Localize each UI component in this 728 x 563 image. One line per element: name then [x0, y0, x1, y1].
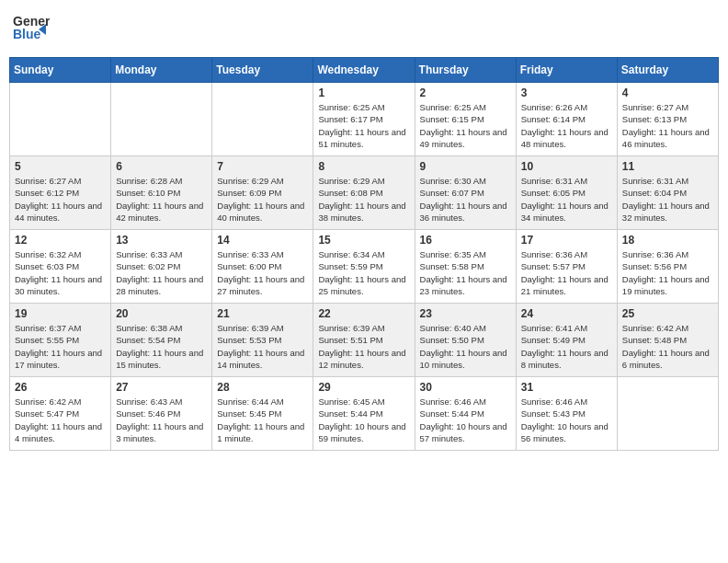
day-info: Sunrise: 6:46 AM Sunset: 5:44 PM Dayligh…: [420, 396, 511, 444]
day-number: 27: [116, 381, 207, 394]
calendar-day-cell: 8Sunrise: 6:29 AM Sunset: 6:08 PM Daylig…: [313, 156, 415, 230]
day-info: Sunrise: 6:43 AM Sunset: 5:46 PM Dayligh…: [116, 396, 207, 444]
day-info: Sunrise: 6:29 AM Sunset: 6:08 PM Dayligh…: [318, 175, 409, 224]
day-info: Sunrise: 6:40 AM Sunset: 5:50 PM Dayligh…: [420, 322, 511, 371]
calendar-day-cell: 27Sunrise: 6:43 AM Sunset: 5:46 PM Dayli…: [111, 377, 212, 451]
calendar-day-cell: [10, 83, 111, 156]
calendar-week-row: 26Sunrise: 6:42 AM Sunset: 5:47 PM Dayli…: [10, 377, 719, 451]
day-number: 30: [420, 381, 511, 394]
calendar-day-cell: 14Sunrise: 6:33 AM Sunset: 6:00 PM Dayli…: [212, 230, 313, 304]
day-info: Sunrise: 6:37 AM Sunset: 5:55 PM Dayligh…: [15, 322, 106, 371]
day-info: Sunrise: 6:31 AM Sunset: 6:05 PM Dayligh…: [521, 175, 612, 224]
page-header: General Blue: [9, 9, 719, 50]
day-info: Sunrise: 6:38 AM Sunset: 5:54 PM Dayligh…: [116, 322, 207, 371]
calendar-day-cell: 5Sunrise: 6:27 AM Sunset: 6:12 PM Daylig…: [10, 156, 111, 230]
weekday-header-monday: Monday: [111, 58, 212, 83]
day-info: Sunrise: 6:27 AM Sunset: 6:13 PM Dayligh…: [622, 101, 713, 150]
day-info: Sunrise: 6:36 AM Sunset: 5:56 PM Dayligh…: [622, 248, 713, 297]
weekday-header-saturday: Saturday: [617, 58, 718, 83]
calendar-day-cell: 17Sunrise: 6:36 AM Sunset: 5:57 PM Dayli…: [516, 230, 617, 304]
calendar-week-row: 5Sunrise: 6:27 AM Sunset: 6:12 PM Daylig…: [10, 156, 719, 230]
calendar-day-cell: 18Sunrise: 6:36 AM Sunset: 5:56 PM Dayli…: [617, 230, 718, 304]
calendar-week-row: 12Sunrise: 6:32 AM Sunset: 6:03 PM Dayli…: [10, 230, 719, 304]
day-number: 17: [521, 234, 612, 247]
day-info: Sunrise: 6:45 AM Sunset: 5:44 PM Dayligh…: [318, 396, 409, 444]
svg-text:Blue: Blue: [13, 27, 41, 41]
day-info: Sunrise: 6:36 AM Sunset: 5:57 PM Dayligh…: [521, 248, 612, 297]
day-info: Sunrise: 6:33 AM Sunset: 6:02 PM Dayligh…: [116, 248, 207, 297]
day-number: 14: [217, 234, 308, 247]
logo-image: General Blue: [13, 9, 50, 50]
day-info: Sunrise: 6:44 AM Sunset: 5:45 PM Dayligh…: [217, 396, 308, 444]
calendar-day-cell: 11Sunrise: 6:31 AM Sunset: 6:04 PM Dayli…: [617, 156, 718, 230]
calendar-day-cell: 13Sunrise: 6:33 AM Sunset: 6:02 PM Dayli…: [111, 230, 212, 304]
calendar-table: SundayMondayTuesdayWednesdayThursdayFrid…: [9, 57, 719, 451]
day-number: 4: [622, 86, 713, 99]
calendar-week-row: 19Sunrise: 6:37 AM Sunset: 5:55 PM Dayli…: [10, 304, 719, 377]
day-info: Sunrise: 6:25 AM Sunset: 6:17 PM Dayligh…: [318, 101, 409, 150]
calendar-day-cell: 3Sunrise: 6:26 AM Sunset: 6:14 PM Daylig…: [516, 83, 617, 156]
day-number: 31: [521, 381, 612, 394]
calendar-day-cell: 29Sunrise: 6:45 AM Sunset: 5:44 PM Dayli…: [313, 377, 415, 451]
day-info: Sunrise: 6:42 AM Sunset: 5:47 PM Dayligh…: [15, 396, 106, 444]
day-number: 11: [622, 160, 713, 173]
day-info: Sunrise: 6:39 AM Sunset: 5:51 PM Dayligh…: [318, 322, 409, 371]
day-number: 10: [521, 160, 612, 173]
day-info: Sunrise: 6:32 AM Sunset: 6:03 PM Dayligh…: [15, 248, 106, 297]
calendar-day-cell: 4Sunrise: 6:27 AM Sunset: 6:13 PM Daylig…: [617, 83, 718, 156]
day-info: Sunrise: 6:27 AM Sunset: 6:12 PM Dayligh…: [15, 175, 106, 224]
calendar-day-cell: 30Sunrise: 6:46 AM Sunset: 5:44 PM Dayli…: [415, 377, 516, 451]
calendar-day-cell: 21Sunrise: 6:39 AM Sunset: 5:53 PM Dayli…: [212, 304, 313, 377]
weekday-header-wednesday: Wednesday: [313, 58, 415, 83]
calendar-day-cell: 7Sunrise: 6:29 AM Sunset: 6:09 PM Daylig…: [212, 156, 313, 230]
day-info: Sunrise: 6:35 AM Sunset: 5:58 PM Dayligh…: [420, 248, 511, 297]
calendar-day-cell: 19Sunrise: 6:37 AM Sunset: 5:55 PM Dayli…: [10, 304, 111, 377]
day-number: 1: [318, 86, 409, 99]
day-number: 2: [420, 86, 511, 99]
day-number: 18: [622, 234, 713, 247]
day-number: 15: [318, 234, 409, 247]
calendar-day-cell: 31Sunrise: 6:46 AM Sunset: 5:43 PM Dayli…: [516, 377, 617, 451]
day-number: 7: [217, 160, 308, 173]
calendar-day-cell: 10Sunrise: 6:31 AM Sunset: 6:05 PM Dayli…: [516, 156, 617, 230]
day-info: Sunrise: 6:34 AM Sunset: 5:59 PM Dayligh…: [318, 248, 409, 297]
day-info: Sunrise: 6:28 AM Sunset: 6:10 PM Dayligh…: [116, 175, 207, 224]
calendar-day-cell: 26Sunrise: 6:42 AM Sunset: 5:47 PM Dayli…: [10, 377, 111, 451]
calendar-day-cell: 12Sunrise: 6:32 AM Sunset: 6:03 PM Dayli…: [10, 230, 111, 304]
day-number: 3: [521, 86, 612, 99]
day-number: 16: [420, 234, 511, 247]
calendar-day-cell: 6Sunrise: 6:28 AM Sunset: 6:10 PM Daylig…: [111, 156, 212, 230]
calendar-day-cell: 24Sunrise: 6:41 AM Sunset: 5:49 PM Dayli…: [516, 304, 617, 377]
day-info: Sunrise: 6:25 AM Sunset: 6:15 PM Dayligh…: [420, 101, 511, 150]
calendar-day-cell: 22Sunrise: 6:39 AM Sunset: 5:51 PM Dayli…: [313, 304, 415, 377]
day-info: Sunrise: 6:31 AM Sunset: 6:04 PM Dayligh…: [622, 175, 713, 224]
weekday-header-thursday: Thursday: [415, 58, 516, 83]
day-number: 5: [15, 160, 106, 173]
day-number: 22: [318, 307, 409, 320]
day-number: 12: [15, 234, 106, 247]
day-number: 19: [15, 307, 106, 320]
calendar-day-cell: 15Sunrise: 6:34 AM Sunset: 5:59 PM Dayli…: [313, 230, 415, 304]
calendar-day-cell: 23Sunrise: 6:40 AM Sunset: 5:50 PM Dayli…: [415, 304, 516, 377]
day-info: Sunrise: 6:41 AM Sunset: 5:49 PM Dayligh…: [521, 322, 612, 371]
weekday-header-friday: Friday: [516, 58, 617, 83]
weekday-header-tuesday: Tuesday: [212, 58, 313, 83]
day-info: Sunrise: 6:30 AM Sunset: 6:07 PM Dayligh…: [420, 175, 511, 224]
day-number: 24: [521, 307, 612, 320]
day-number: 6: [116, 160, 207, 173]
day-info: Sunrise: 6:33 AM Sunset: 6:00 PM Dayligh…: [217, 248, 308, 297]
calendar-day-cell: 9Sunrise: 6:30 AM Sunset: 6:07 PM Daylig…: [415, 156, 516, 230]
day-number: 26: [15, 381, 106, 394]
calendar-day-cell: 25Sunrise: 6:42 AM Sunset: 5:48 PM Dayli…: [617, 304, 718, 377]
calendar-week-row: 1Sunrise: 6:25 AM Sunset: 6:17 PM Daylig…: [10, 83, 719, 156]
calendar-day-cell: [111, 83, 212, 156]
day-info: Sunrise: 6:26 AM Sunset: 6:14 PM Dayligh…: [521, 101, 612, 150]
day-number: 29: [318, 381, 409, 394]
calendar-day-cell: [212, 83, 313, 156]
calendar-day-cell: 2Sunrise: 6:25 AM Sunset: 6:15 PM Daylig…: [415, 83, 516, 156]
calendar-day-cell: 16Sunrise: 6:35 AM Sunset: 5:58 PM Dayli…: [415, 230, 516, 304]
weekday-header-sunday: Sunday: [10, 58, 111, 83]
day-number: 8: [318, 160, 409, 173]
day-number: 25: [622, 307, 713, 320]
calendar-day-cell: [617, 377, 718, 451]
